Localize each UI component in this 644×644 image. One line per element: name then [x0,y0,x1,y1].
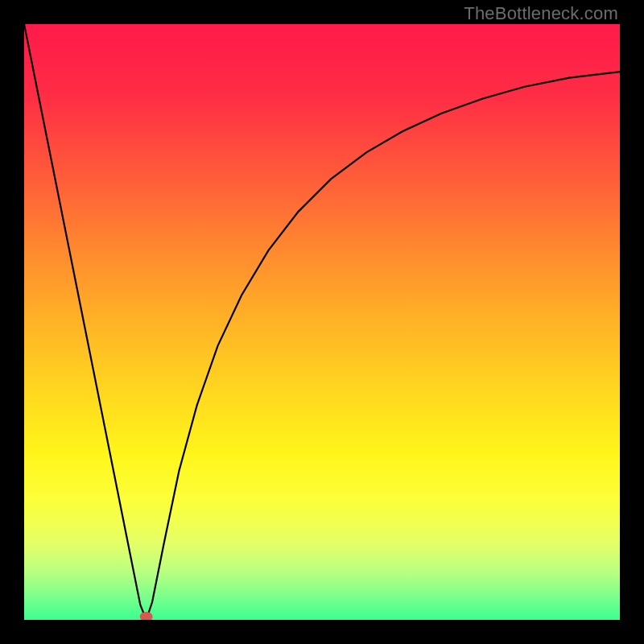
chart-svg [24,24,620,620]
watermark-text: TheBottleneck.com [464,3,618,24]
gradient-background [24,24,620,620]
plot-frame [24,24,620,620]
